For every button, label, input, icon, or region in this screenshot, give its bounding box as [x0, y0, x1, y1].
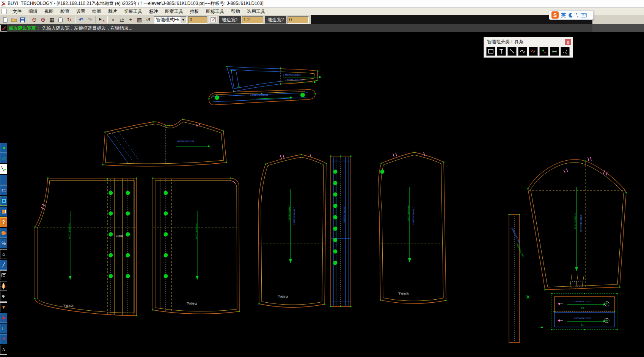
ime-language-toggle[interactable]: 英: [561, 12, 566, 19]
rect-frame-tool[interactable]: [0, 196, 7, 206]
seam-width-2-input[interactable]: [287, 16, 309, 24]
ime-language-bar[interactable]: S 英 ’,: [549, 10, 594, 20]
skew-button[interactable]: ▨: [135, 16, 144, 24]
pin-tool[interactable]: ╪: [0, 313, 7, 323]
fill-square-tool[interactable]: [0, 207, 7, 216]
menu-annotate[interactable]: 标注: [146, 8, 162, 15]
prompt-right-area: [592, 24, 644, 32]
button-points: [333, 170, 338, 265]
dart-tool[interactable]: ⌂: [0, 249, 7, 259]
h-icon: [551, 48, 558, 54]
close-button[interactable]: x: [565, 39, 571, 45]
menu-pattern-tools[interactable]: 图案工具: [162, 8, 187, 15]
piece-front-right[interactable]: J-885#61KLD103 下脚卷边: [152, 178, 240, 314]
zoom-in-button[interactable]: ⊕: [39, 16, 47, 24]
piece-placket-strip[interactable]: J-885#61KLD103: [330, 156, 352, 307]
plus-minus-tool[interactable]: [539, 47, 548, 56]
piece-side-strip[interactable]: J-885#61KLD103 J-885#61KLD103: [509, 214, 530, 343]
rotate-view-button[interactable]: ↻: [65, 16, 74, 24]
mode-select[interactable]: 智能模式F5 ▼: [154, 16, 187, 24]
svg-text:J-885#61KLD103: J-885#61KLD103: [288, 205, 291, 221]
drawing-canvas[interactable]: .o{stroke:#c2601a;fill:none;stroke-width…: [0, 32, 644, 357]
menu-help[interactable]: 帮助: [228, 8, 243, 15]
seam-corner-button[interactable]: [209, 16, 217, 24]
piece-yoke[interactable]: J-885#61KLD103: [102, 119, 227, 166]
zoom-out-button[interactable]: ⊖: [30, 16, 39, 24]
axes-tool[interactable]: ∟: [0, 324, 7, 333]
move-button[interactable]: ⌖: [109, 16, 118, 24]
rotate-piece-button[interactable]: ↺: [144, 16, 152, 24]
fork-tool[interactable]: Ψ: [0, 292, 7, 302]
menu-edit[interactable]: 编辑: [25, 8, 41, 15]
proportion-tool[interactable]: %: [0, 239, 7, 248]
seam-width-1-input[interactable]: [242, 16, 263, 24]
piece-cuffs[interactable]: J-885#61KLD103 宽D J-885#61KLD103 宽D: [539, 293, 618, 330]
adjust-curve-tool[interactable]: [529, 47, 538, 56]
smart-pen-tool[interactable]: ╲●: [0, 164, 7, 174]
window-box-tool[interactable]: [0, 270, 7, 280]
open-button[interactable]: [9, 16, 18, 24]
punctuation-icon[interactable]: ’,: [576, 12, 578, 18]
menu-grading[interactable]: 推板: [187, 8, 203, 15]
piece-back-right[interactable]: J-885#61KLD103 J-885#61KLD103 下脚卷边: [378, 152, 446, 304]
wave-icon: [520, 48, 526, 54]
rect-draw-tool[interactable]: [486, 47, 495, 56]
svg-text:J-885#61KLD103: J-885#61KLD103: [68, 223, 71, 239]
piece-sleeve[interactable]: J-885#61KLD103 J-885#61KLD103: [528, 157, 627, 291]
cross-square-tool[interactable]: [0, 281, 7, 291]
offset-input[interactable]: [188, 16, 207, 24]
one-to-one-tool[interactable]: 1:1: [0, 185, 7, 195]
svg-text:宽D: 宽D: [581, 307, 584, 310]
menu-draw[interactable]: 绘图: [89, 8, 105, 15]
piece-fill-tool[interactable]: [0, 228, 7, 238]
pan-button[interactable]: [56, 16, 65, 24]
menu-pieces[interactable]: 裁片: [105, 8, 121, 15]
notch-slash-tool[interactable]: ╱: [0, 260, 7, 270]
main-toolbar: ⊖ ⊕ ▦ ↻ ↶ ↷ ►x ⌖ 正 ＋ ▨ ↺ 智能模式F5 ▼ 缝边宽1 缝…: [0, 15, 644, 24]
menu-view[interactable]: 视图: [41, 8, 57, 15]
svg-text:J-885#61KLD103: J-885#61KLD103: [250, 94, 268, 96]
pattern-canvas[interactable]: .o{stroke:#c2601a;fill:none;stroke-width…: [0, 32, 644, 357]
menu-settings[interactable]: 设置: [73, 8, 89, 15]
help-query-tool[interactable]: ?: [0, 217, 7, 227]
pick-brush-tool[interactable]: ◄: [0, 143, 7, 153]
curve-draw-tool[interactable]: [518, 47, 527, 56]
sogou-logo-icon[interactable]: S: [551, 11, 559, 19]
line-draw-tool[interactable]: [507, 47, 517, 56]
v-notch-tool[interactable]: ▼: [0, 302, 7, 312]
plus-minus-icon: [541, 48, 547, 54]
grid-icon: #: [2, 336, 5, 342]
grid-tool[interactable]: #: [0, 334, 7, 344]
menu-file[interactable]: 文件: [9, 8, 25, 15]
text-tool[interactable]: A: [0, 345, 7, 355]
delete-select-button[interactable]: ►x: [97, 16, 106, 24]
svg-text:宽D: 宽D: [581, 324, 584, 326]
new-button[interactable]: [1, 16, 9, 24]
add-point-button[interactable]: ＋: [126, 16, 135, 24]
upright-button[interactable]: 正: [118, 16, 126, 24]
smart-pen-toolbar-panel[interactable]: 智能笔分类工具条 x: [484, 37, 573, 58]
moon-skin-icon[interactable]: [568, 13, 573, 18]
fit-screen-button[interactable]: ▦: [47, 16, 56, 24]
menu-spread-tools[interactable]: 切展工具: [121, 8, 146, 15]
svg-text:J-885#61KLD103: J-885#61KLD103: [176, 140, 194, 142]
redo-button[interactable]: ↷: [85, 16, 94, 24]
piece-collar-top[interactable]: J-885#61KLD103 J-885#61KLD103: [226, 66, 322, 92]
seam-line-tool[interactable]: ─: [0, 175, 7, 185]
piece-collar-band[interactable]: J-885#61KLD103: [209, 89, 316, 105]
t-intersect-tool[interactable]: [497, 47, 506, 56]
horizontal-h-tool[interactable]: [550, 47, 559, 56]
menu-check[interactable]: 检查: [57, 8, 73, 15]
window-title: BUYI_TECHNOLOGY - [\\192.168.110.217\本地磁…: [8, 0, 264, 7]
undo-button[interactable]: ↶: [77, 16, 85, 24]
piece-front-left[interactable]: J-885#61KLD103 下脚卷边 4X圆眼: [35, 178, 137, 316]
piece-back-left[interactable]: J-885#61KLD103 J-885#61KLD103 下脚卷边: [258, 154, 327, 307]
menu-icon-tools[interactable]: 图标工具: [203, 8, 228, 15]
menu-custom-tools[interactable]: 选用工具: [243, 8, 269, 15]
save-button[interactable]: [18, 16, 27, 24]
corner-dash-tool[interactable]: [561, 47, 570, 56]
keyboard-icon[interactable]: [581, 13, 587, 17]
select-arrow-tool[interactable]: ◁: [0, 153, 7, 163]
close-icon: x: [567, 40, 569, 44]
chevron-down-icon[interactable]: ▼: [180, 17, 186, 23]
